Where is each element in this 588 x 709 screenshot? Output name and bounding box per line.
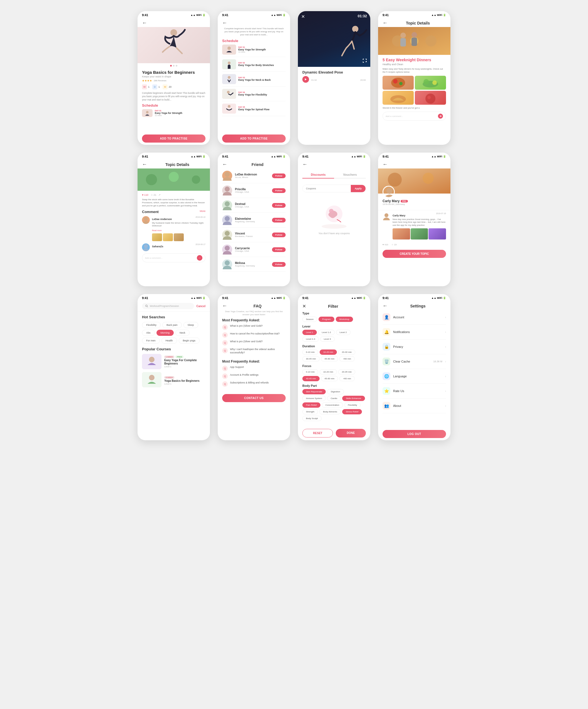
back-button-8[interactable]: ← <box>382 161 387 167</box>
settings-item-notifications[interactable]: 🔔 Notifications › <box>382 325 446 339</box>
bp-tag-pain[interactable]: Pain Relief <box>302 402 320 408</box>
lever-tag-2[interactable]: Level 2 <box>336 330 350 335</box>
lever-tag-1-2[interactable]: Level 1-2 <box>318 330 335 335</box>
faq-item-1-3[interactable]: Q What is pro (Silver and Gold? <box>222 340 286 346</box>
tag-formen[interactable]: For men <box>142 338 160 344</box>
type-tag-season[interactable]: Season <box>302 317 317 322</box>
bp-tag-strength[interactable]: Strength <box>302 409 318 414</box>
add-to-practise-btn-1[interactable]: ADD TO PRACTISE <box>142 134 206 142</box>
tag-morning[interactable]: Morning <box>157 330 174 336</box>
dur-tag-0-10[interactable]: 0-10 min <box>302 349 318 355</box>
dur-tag-45-60[interactable]: 45-60 min <box>321 356 338 362</box>
type-tag-workshop[interactable]: Workshop <box>336 317 353 322</box>
comment-action[interactable]: ☆ 19 <box>392 243 397 246</box>
tag-health[interactable]: Health <box>161 338 177 344</box>
tag-abs[interactable]: Abs <box>142 330 155 336</box>
bp-tag-skills[interactable]: Skills Enhancer <box>342 396 365 401</box>
dot-3[interactable] <box>176 65 177 67</box>
filter-close-btn[interactable]: ✕ <box>302 304 306 309</box>
focus-tag-20-35[interactable]: 20-35 min <box>338 369 355 374</box>
tag-flexibility[interactable]: Flexibility <box>142 322 161 328</box>
follow-btn-1[interactable]: Follow <box>272 174 286 178</box>
bp-tag-digestion[interactable]: Digestion <box>327 389 344 394</box>
follow-btn-5[interactable]: Follow <box>272 233 286 237</box>
focus-tag-60plus[interactable]: >60 min <box>339 376 355 381</box>
lever-tag-2-3[interactable]: Level 2-3 <box>302 336 319 342</box>
faq-item-2-1[interactable]: Q App Support <box>222 366 286 371</box>
follow-btn-4[interactable]: Follow <box>272 218 286 222</box>
focus-tag-40-45[interactable]: 40-45 min <box>302 376 320 381</box>
settings-item-language[interactable]: 🌐 Language › <box>382 369 446 384</box>
focus-tag-0-10[interactable]: 0-10 min <box>302 369 318 374</box>
send-btn-5[interactable]: → <box>197 255 203 261</box>
fullscreen-btn[interactable] <box>363 58 367 64</box>
settings-item-privacy[interactable]: 🔒 Privacy › <box>382 339 446 354</box>
comment-box-4[interactable]: Add a comment... <box>382 112 446 121</box>
apply-btn[interactable]: Apply <box>351 185 366 192</box>
done-btn[interactable]: DONE <box>336 429 366 438</box>
popular-course-2[interactable]: 4 WEEK Yoga Basics for Beginners Level 1 <box>142 372 206 387</box>
lever-tag-3[interactable]: Level 3 <box>320 336 335 342</box>
reset-btn[interactable]: RESET <box>302 429 333 438</box>
dur-tag-60plus[interactable]: >60 min <box>339 356 355 362</box>
contact-us-btn[interactable]: CONTACT US <box>222 394 286 402</box>
settings-item-rateus[interactable]: ⭐ Rate Us › <box>382 384 446 398</box>
bp-tag-cardio[interactable]: Cardio <box>327 396 341 401</box>
follow-btn-6[interactable]: Follow <box>272 247 286 252</box>
bp-tag-flexibility[interactable]: Flexibility <box>344 402 361 408</box>
type-tag-program[interactable]: Program <box>319 317 335 322</box>
back-button-10[interactable]: ← <box>222 303 227 309</box>
faq-item-1-4[interactable]: Q Why I can't load/open the videos/ audi… <box>222 348 286 354</box>
read-more-1[interactable]: Read more <box>152 230 162 231</box>
focus-tag-45-60[interactable]: 45-60 min <box>321 376 338 381</box>
create-topic-btn[interactable]: CREATE YOUR TOPIC <box>382 250 446 258</box>
dur-tag-10-20[interactable]: 10-20 min <box>320 349 337 355</box>
more-btn-5[interactable]: More <box>199 210 206 214</box>
bp-tag-stress[interactable]: Stress Relief <box>342 409 362 414</box>
focus-tag-10-20[interactable]: 10-20 min <box>320 369 337 374</box>
back-button-12[interactable]: ← <box>382 303 387 309</box>
video-close-btn[interactable]: ✕ <box>301 14 305 19</box>
tag-beginyoga[interactable]: Begin yoga <box>179 338 199 344</box>
share-icon-5[interactable]: ↗ <box>158 193 161 196</box>
back-button-1[interactable]: ← <box>142 20 147 26</box>
cancel-btn-9[interactable]: Cancel <box>196 305 206 308</box>
bp-tag-skin[interactable]: Skin Rejuvenate <box>302 389 326 394</box>
back-button-4[interactable]: ← <box>382 20 387 26</box>
tab-vouchers[interactable]: Vouchers <box>334 171 366 179</box>
dot-1[interactable] <box>170 65 172 67</box>
tab-discounts[interactable]: Discounts <box>302 171 334 179</box>
faq-item-1-2[interactable]: Q How to cancel the Pro subscription/fre… <box>222 332 286 338</box>
dur-tag-20-30[interactable]: 20-30 min <box>338 349 355 355</box>
dur-tag-30-45[interactable]: 30-45 min <box>302 356 320 362</box>
back-button-2[interactable]: ← <box>222 20 227 26</box>
add-to-practise-btn-2[interactable]: ADD TO PRACTISE <box>222 134 286 142</box>
coupon-input-area[interactable]: Apply <box>302 185 366 192</box>
settings-item-account[interactable]: 👤 Account › <box>382 310 446 325</box>
settings-item-about[interactable]: 👥 About › <box>382 398 446 413</box>
faq-item-2-3[interactable]: Q Subscriptions & Billing and refunds <box>222 381 286 387</box>
comment-input-bar-5[interactable]: Add a comment... → <box>142 254 206 262</box>
dot-2[interactable] <box>173 65 175 67</box>
like-action[interactable]: ♥ 410 <box>382 243 388 246</box>
follow-btn-2[interactable]: Follow <box>272 188 286 193</box>
follow-btn-3[interactable]: Follow <box>272 203 286 208</box>
coupon-field[interactable] <box>303 185 351 192</box>
play-button[interactable] <box>302 76 309 83</box>
faq-item-1-1[interactable]: Q What is pro (Silver and Gold? <box>222 324 286 330</box>
bp-tag-concentration[interactable]: Concentration <box>322 402 343 408</box>
send-comment-btn-4[interactable] <box>438 114 443 119</box>
faq-item-2-2[interactable]: Q Account & Profile settings <box>222 373 286 379</box>
bp-tag-immune[interactable]: Immune System <box>302 396 326 401</box>
back-button-5[interactable]: ← <box>142 161 147 167</box>
tag-sleep[interactable]: Sleep <box>184 322 198 328</box>
bp-tag-sculpt[interactable]: Body Sculpt <box>302 416 322 421</box>
follow-btn-7[interactable]: Follow <box>272 262 286 267</box>
tag-neck[interactable]: Neck <box>176 330 190 336</box>
back-button-7[interactable]: ← <box>302 161 308 167</box>
back-button-6[interactable]: ← <box>222 161 227 167</box>
bp-tag-ailments[interactable]: Body Ailments <box>319 409 341 414</box>
settings-item-cache[interactable]: 🗑️ Clear Cache 16.36 M › <box>382 354 446 369</box>
search-input-area[interactable]: Workout/Program/Session <box>142 303 194 309</box>
tag-backpain[interactable]: Back pain <box>162 322 182 328</box>
